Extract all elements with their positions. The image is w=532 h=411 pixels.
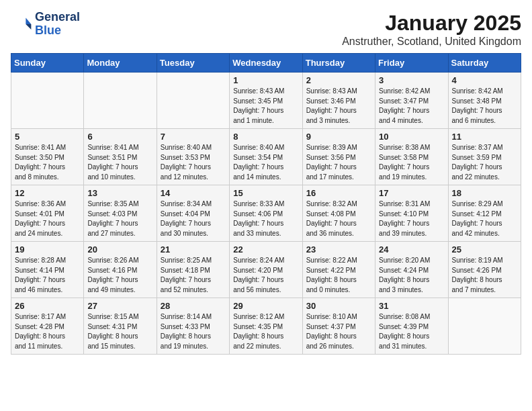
day-number: 16 [306,188,371,198]
day-info: Sunrise: 8:20 AM Sunset: 4:24 PM Dayligh… [379,256,444,295]
day-number: 3 [379,75,444,85]
day-number: 28 [161,301,226,311]
day-info: Sunrise: 8:37 AM Sunset: 3:59 PM Dayligh… [452,143,517,182]
day-number: 11 [452,132,517,142]
calendar-cell: 19Sunrise: 8:28 AM Sunset: 4:14 PM Dayli… [11,242,84,298]
location-subtitle: Anstruther, Scotland, United Kingdom [342,36,521,48]
calendar-cell: 31Sunrise: 8:08 AM Sunset: 4:39 PM Dayli… [375,298,448,355]
calendar-cell: 9Sunrise: 8:39 AM Sunset: 3:56 PM Daylig… [302,129,375,185]
title-block: January 2025 Anstruther, Scotland, Unite… [342,11,521,48]
calendar-cell: 12Sunrise: 8:36 AM Sunset: 4:01 PM Dayli… [11,185,84,242]
day-info: Sunrise: 8:34 AM Sunset: 4:04 PM Dayligh… [161,199,226,238]
weekday-header-saturday: Saturday [448,54,521,73]
calendar-cell: 7Sunrise: 8:40 AM Sunset: 3:53 PM Daylig… [157,129,229,185]
weekday-header-thursday: Thursday [302,54,375,73]
day-info: Sunrise: 8:40 AM Sunset: 3:54 PM Dayligh… [233,143,298,182]
day-info: Sunrise: 8:31 AM Sunset: 4:10 PM Dayligh… [379,199,444,238]
svg-marker-1 [26,24,31,30]
day-number: 30 [306,301,371,311]
day-number: 27 [87,301,152,311]
week-row-3: 12Sunrise: 8:36 AM Sunset: 4:01 PM Dayli… [11,185,521,242]
day-info: Sunrise: 8:29 AM Sunset: 4:12 PM Dayligh… [452,199,517,238]
weekday-header-tuesday: Tuesday [157,54,229,73]
day-number: 25 [452,244,517,255]
calendar-cell: 1Sunrise: 8:43 AM Sunset: 3:45 PM Daylig… [230,73,302,129]
calendar-cell: 17Sunrise: 8:31 AM Sunset: 4:10 PM Dayli… [375,185,448,242]
calendar-cell: 4Sunrise: 8:42 AM Sunset: 3:48 PM Daylig… [448,73,521,129]
calendar-cell: 15Sunrise: 8:33 AM Sunset: 4:06 PM Dayli… [230,185,302,242]
calendar-cell [448,298,521,355]
page-header: General Blue January 2025 Anstruther, Sc… [11,11,521,48]
calendar-cell: 26Sunrise: 8:17 AM Sunset: 4:28 PM Dayli… [11,298,84,355]
day-info: Sunrise: 8:35 AM Sunset: 4:03 PM Dayligh… [87,199,152,238]
day-number: 4 [452,75,517,85]
weekday-header-monday: Monday [84,54,157,73]
weekday-header-friday: Friday [375,54,448,73]
day-number: 20 [87,244,152,255]
logo-icon [11,13,32,35]
day-number: 18 [452,188,517,198]
calendar-cell: 2Sunrise: 8:43 AM Sunset: 3:46 PM Daylig… [302,73,375,129]
calendar-cell: 20Sunrise: 8:26 AM Sunset: 4:16 PM Dayli… [84,242,157,298]
calendar-cell: 21Sunrise: 8:25 AM Sunset: 4:18 PM Dayli… [157,242,229,298]
month-title: January 2025 [342,11,521,36]
weekday-header-wednesday: Wednesday [230,54,302,73]
day-number: 17 [379,188,444,198]
day-number: 1 [233,75,298,85]
calendar-cell: 24Sunrise: 8:20 AM Sunset: 4:24 PM Dayli… [375,242,448,298]
week-row-2: 5Sunrise: 8:41 AM Sunset: 3:50 PM Daylig… [11,129,521,185]
day-number: 31 [379,301,444,311]
day-info: Sunrise: 8:19 AM Sunset: 4:26 PM Dayligh… [452,256,517,295]
day-info: Sunrise: 8:42 AM Sunset: 3:48 PM Dayligh… [452,87,517,126]
day-number: 7 [161,132,226,142]
day-info: Sunrise: 8:42 AM Sunset: 3:47 PM Dayligh… [379,87,444,126]
calendar-cell [84,73,157,129]
day-number: 24 [379,244,444,255]
logo-text: General Blue [35,11,80,38]
calendar-cell: 22Sunrise: 8:24 AM Sunset: 4:20 PM Dayli… [230,242,302,298]
weekday-header-sunday: Sunday [11,54,84,73]
calendar-cell: 5Sunrise: 8:41 AM Sunset: 3:50 PM Daylig… [11,129,84,185]
day-info: Sunrise: 8:12 AM Sunset: 4:35 PM Dayligh… [233,312,298,351]
day-info: Sunrise: 8:26 AM Sunset: 4:16 PM Dayligh… [87,256,152,295]
day-info: Sunrise: 8:14 AM Sunset: 4:33 PM Dayligh… [161,312,226,351]
calendar-cell: 13Sunrise: 8:35 AM Sunset: 4:03 PM Dayli… [84,185,157,242]
calendar-cell: 29Sunrise: 8:12 AM Sunset: 4:35 PM Dayli… [230,298,302,355]
day-number: 22 [233,244,298,255]
calendar-cell: 27Sunrise: 8:15 AM Sunset: 4:31 PM Dayli… [84,298,157,355]
calendar-cell: 18Sunrise: 8:29 AM Sunset: 4:12 PM Dayli… [448,185,521,242]
day-number: 19 [15,244,80,255]
calendar-cell: 30Sunrise: 8:10 AM Sunset: 4:37 PM Dayli… [302,298,375,355]
calendar-cell: 6Sunrise: 8:41 AM Sunset: 3:51 PM Daylig… [84,129,157,185]
logo-line1: General [35,11,80,24]
day-number: 9 [306,132,371,142]
day-number: 13 [87,188,152,198]
day-info: Sunrise: 8:43 AM Sunset: 3:46 PM Dayligh… [306,87,371,126]
week-row-1: 1Sunrise: 8:43 AM Sunset: 3:45 PM Daylig… [11,73,521,129]
day-number: 2 [306,75,371,85]
day-info: Sunrise: 8:15 AM Sunset: 4:31 PM Dayligh… [87,312,152,351]
day-info: Sunrise: 8:38 AM Sunset: 3:58 PM Dayligh… [379,143,444,182]
day-info: Sunrise: 8:41 AM Sunset: 3:50 PM Dayligh… [15,143,80,182]
calendar-cell: 11Sunrise: 8:37 AM Sunset: 3:59 PM Dayli… [448,129,521,185]
day-number: 14 [161,188,226,198]
day-info: Sunrise: 8:32 AM Sunset: 4:08 PM Dayligh… [306,199,371,238]
day-info: Sunrise: 8:41 AM Sunset: 3:51 PM Dayligh… [87,143,152,182]
day-info: Sunrise: 8:40 AM Sunset: 3:53 PM Dayligh… [161,143,226,182]
day-info: Sunrise: 8:22 AM Sunset: 4:22 PM Dayligh… [306,256,371,295]
day-info: Sunrise: 8:33 AM Sunset: 4:06 PM Dayligh… [233,199,298,238]
logo: General Blue [11,11,80,38]
day-number: 10 [379,132,444,142]
day-number: 6 [87,132,152,142]
day-number: 23 [306,244,371,255]
day-number: 5 [15,132,80,142]
day-info: Sunrise: 8:25 AM Sunset: 4:18 PM Dayligh… [161,256,226,295]
day-number: 21 [161,244,226,255]
calendar-cell [11,73,84,129]
calendar-table: SundayMondayTuesdayWednesdayThursdayFrid… [11,53,521,355]
calendar-cell: 25Sunrise: 8:19 AM Sunset: 4:26 PM Dayli… [448,242,521,298]
day-info: Sunrise: 8:17 AM Sunset: 4:28 PM Dayligh… [15,312,80,351]
day-info: Sunrise: 8:36 AM Sunset: 4:01 PM Dayligh… [15,199,80,238]
day-number: 12 [15,188,80,198]
calendar-cell: 14Sunrise: 8:34 AM Sunset: 4:04 PM Dayli… [157,185,229,242]
